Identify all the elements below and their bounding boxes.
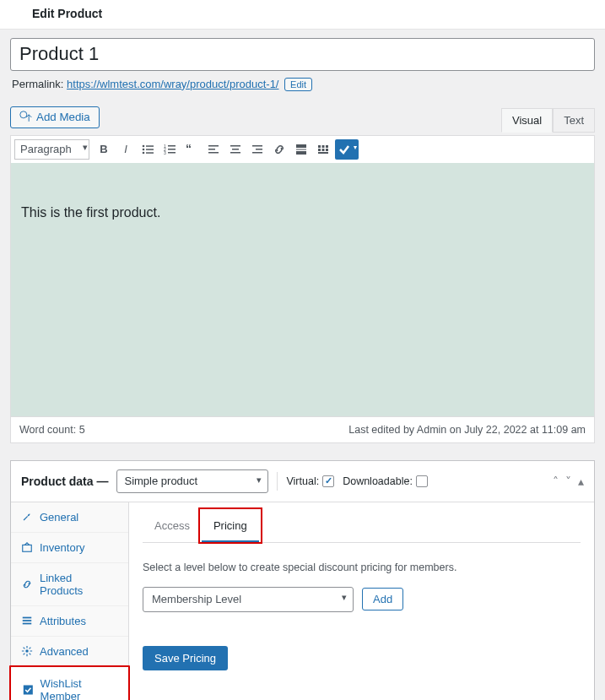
- svg-rect-33: [23, 545, 32, 551]
- word-count: Word count: 5: [19, 424, 85, 436]
- svg-rect-35: [23, 620, 32, 621]
- product-type-select[interactable]: Simple product: [116, 469, 268, 493]
- svg-point-0: [20, 111, 27, 117]
- product-data-box: Product data — Simple product Virtual: D…: [10, 460, 595, 700]
- svg-rect-26: [318, 145, 321, 148]
- downloadable-label: Downloadable:: [343, 475, 413, 487]
- product-data-label: Product data —: [21, 475, 108, 488]
- editor-footer: Word count: 5 Last edited by Admin on Ju…: [11, 416, 594, 442]
- tab-attributes-label: Attributes: [40, 615, 86, 627]
- bullet-list-icon[interactable]: [138, 139, 158, 160]
- permalink-row: Permalink: https://wlmtest.com/wray/prod…: [12, 78, 593, 91]
- svg-rect-24: [296, 149, 306, 149]
- add-media-label: Add Media: [36, 111, 90, 123]
- last-edited: Last edited by Admin on July 22, 2022 at…: [348, 424, 586, 436]
- svg-rect-6: [146, 152, 154, 154]
- svg-rect-21: [256, 149, 262, 150]
- tab-linked-products[interactable]: Linked Products: [11, 563, 128, 606]
- page-title: Edit Product: [0, 0, 605, 30]
- align-right-icon[interactable]: [247, 139, 267, 160]
- svg-rect-27: [322, 145, 325, 148]
- svg-rect-29: [318, 149, 321, 151]
- tab-advanced-label: Advanced: [40, 645, 89, 658]
- svg-rect-4: [146, 149, 154, 150]
- product-title-input[interactable]: [10, 38, 595, 71]
- svg-point-1: [143, 144, 145, 147]
- editor-toolbar: Visual Text Paragraph B I 123 “: [11, 136, 594, 163]
- svg-rect-23: [296, 144, 306, 148]
- wlm-toolbar-icon[interactable]: [335, 139, 359, 160]
- virtual-field[interactable]: Virtual:: [286, 475, 334, 487]
- downloadable-field[interactable]: Downloadable:: [343, 475, 428, 487]
- svg-point-5: [143, 151, 145, 154]
- blockquote-icon[interactable]: “: [181, 139, 202, 160]
- downloadable-checkbox[interactable]: [416, 475, 428, 487]
- svg-rect-12: [168, 152, 176, 154]
- tab-general-label: General: [40, 511, 78, 524]
- svg-rect-10: [168, 149, 176, 150]
- svg-rect-22: [252, 152, 262, 154]
- tab-attributes[interactable]: Attributes: [11, 606, 128, 637]
- tab-visual[interactable]: Visual: [501, 108, 553, 133]
- tab-general[interactable]: General: [11, 502, 128, 533]
- tab-inventory-label: Inventory: [40, 541, 84, 554]
- collapse-up-icon[interactable]: ▴: [578, 475, 584, 488]
- virtual-label: Virtual:: [286, 475, 319, 487]
- svg-rect-31: [326, 149, 328, 151]
- chevron-down-icon[interactable]: ˅: [565, 475, 571, 488]
- svg-rect-34: [23, 617, 32, 619]
- product-data-tabs: General Inventory Linked Products Attrib…: [11, 502, 129, 700]
- svg-rect-19: [230, 152, 240, 154]
- svg-rect-30: [322, 149, 325, 151]
- permalink-label: Permalink:: [12, 78, 63, 90]
- tab-wlm-label: WishList Member: [41, 677, 116, 700]
- svg-rect-2: [146, 145, 154, 147]
- bold-icon[interactable]: B: [94, 139, 114, 160]
- gear-icon: [21, 645, 33, 657]
- svg-rect-17: [230, 145, 240, 147]
- svg-rect-18: [232, 149, 239, 150]
- svg-rect-28: [326, 145, 328, 148]
- format-select[interactable]: Paragraph: [14, 139, 89, 160]
- virtual-checkbox[interactable]: [322, 475, 334, 487]
- svg-point-37: [25, 649, 29, 653]
- tab-text[interactable]: Text: [553, 108, 595, 133]
- svg-rect-32: [318, 152, 328, 154]
- align-left-icon[interactable]: [203, 139, 224, 160]
- permalink-url[interactable]: https://wlmtest.com/wray/product/product…: [67, 78, 278, 90]
- numbered-list-icon[interactable]: 123: [159, 139, 180, 160]
- tab-linked-label: Linked Products: [40, 572, 118, 597]
- link-icon: [21, 578, 33, 590]
- inner-tab-access[interactable]: Access: [143, 511, 202, 543]
- media-icon: [19, 111, 33, 124]
- svg-rect-38: [24, 685, 33, 694]
- svg-rect-14: [208, 145, 219, 147]
- toolbar-toggle-icon[interactable]: [313, 139, 333, 160]
- inner-tab-pricing[interactable]: Pricing: [202, 511, 259, 543]
- save-pricing-button[interactable]: Save Pricing: [143, 646, 228, 670]
- tab-wishlist-member[interactable]: WishList Member: [9, 665, 130, 700]
- tab-inventory[interactable]: Inventory: [11, 533, 128, 563]
- membership-level-select[interactable]: Membership Level: [143, 587, 354, 612]
- add-media-button[interactable]: Add Media: [10, 106, 100, 128]
- add-level-button[interactable]: Add: [362, 588, 403, 610]
- edit-permalink-button[interactable]: Edit: [284, 78, 312, 91]
- tab-advanced[interactable]: Advanced: [11, 637, 128, 667]
- divider: [277, 472, 278, 491]
- readmore-icon[interactable]: [291, 139, 311, 160]
- italic-icon[interactable]: I: [116, 139, 136, 160]
- svg-text:“: “: [186, 143, 192, 155]
- svg-rect-20: [252, 145, 262, 147]
- svg-text:3: 3: [164, 150, 166, 155]
- svg-rect-16: [208, 152, 219, 154]
- attributes-icon: [21, 615, 33, 627]
- editor-content[interactable]: This is the first product.: [11, 163, 594, 416]
- inventory-icon: [21, 541, 33, 553]
- chevron-up-icon[interactable]: ˄: [553, 475, 559, 488]
- svg-rect-8: [168, 145, 176, 147]
- svg-rect-15: [208, 149, 215, 150]
- align-center-icon[interactable]: [225, 139, 246, 160]
- link-icon[interactable]: [269, 139, 289, 160]
- panel-description: Select a level below to create special d…: [143, 562, 581, 573]
- editor-box: Visual Text Paragraph B I 123 “ This is …: [10, 135, 595, 443]
